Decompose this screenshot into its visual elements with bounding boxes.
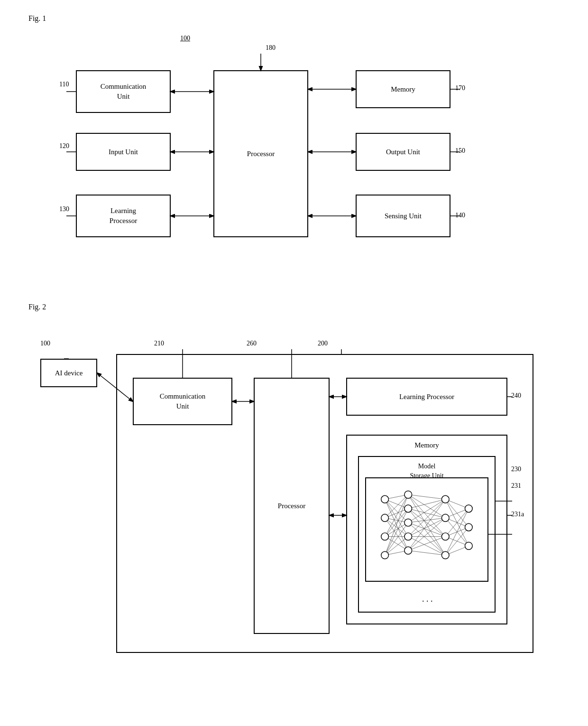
svg-point-65 [381, 495, 389, 503]
svg-line-39 [408, 509, 446, 537]
svg-line-49 [408, 499, 446, 550]
processor-label-fig2: Processor [278, 501, 305, 511]
processor-label: Processor [247, 149, 275, 159]
memory-label-fig2: Memory [414, 440, 439, 450]
memory-label: Memory [391, 84, 415, 94]
svg-point-74 [441, 495, 449, 503]
ref-150: 150 [455, 147, 465, 155]
output-label: Output Unit [386, 147, 420, 157]
svg-line-50 [408, 518, 446, 550]
svg-point-75 [441, 514, 449, 522]
learning-label: Learning Processor [110, 206, 137, 226]
svg-line-42 [408, 518, 446, 522]
ref-231a: 231a [511, 511, 524, 518]
fig1-label: Fig. 1 [28, 14, 560, 23]
svg-line-46 [408, 518, 446, 536]
svg-point-73 [404, 547, 412, 554]
page: Fig. 1 100 180 110 Communication Unit 12… [0, 0, 588, 677]
svg-line-59 [445, 509, 469, 537]
ref-120: 120 [59, 142, 69, 150]
svg-point-78 [465, 505, 473, 512]
svg-line-62 [445, 509, 469, 555]
fig2-diagram: 100 AI device 210 260 200 Communication … [33, 330, 555, 662]
svg-point-79 [465, 523, 473, 531]
input-label: Input Unit [109, 147, 138, 157]
ref-100-fig1: 100 [180, 35, 190, 42]
box-ai-device: AI device [40, 359, 97, 387]
box-communication-unit: Communication Unit [76, 70, 171, 113]
box-input-unit: Input Unit [76, 133, 171, 171]
ref-230: 230 [511, 465, 521, 473]
svg-point-71 [404, 519, 412, 526]
ref-200: 200 [318, 340, 328, 347]
svg-line-52 [408, 550, 446, 555]
svg-point-72 [404, 533, 412, 540]
box-learning-processor-fig2: Learning Processor [346, 378, 507, 416]
svg-line-63 [445, 527, 469, 555]
box-output-unit: Output Unit [356, 133, 450, 171]
box-memory-fig1: Memory [356, 70, 450, 108]
sensing-label: Sensing Unit [385, 211, 422, 221]
learning-label-fig2: Learning Processor [399, 392, 454, 402]
svg-line-28 [385, 494, 408, 555]
ref-180: 180 [266, 44, 276, 52]
box-processor-fig1: Processor [213, 70, 308, 237]
svg-point-69 [404, 491, 412, 499]
box-sensing-unit: Sensing Unit [356, 195, 450, 237]
svg-line-33 [408, 494, 446, 499]
svg-point-76 [441, 533, 449, 540]
svg-line-34 [408, 494, 446, 518]
svg-line-41 [408, 499, 446, 522]
fig2-label: Fig. 2 [28, 303, 560, 311]
box-neural-network [365, 477, 488, 582]
svg-point-68 [381, 551, 389, 559]
neural-network-svg [366, 478, 487, 581]
ref-110: 110 [59, 81, 69, 88]
svg-point-70 [404, 505, 412, 512]
ai-device-label: AI device [55, 368, 83, 378]
ref-130: 130 [59, 205, 69, 213]
svg-point-80 [465, 542, 473, 550]
svg-point-67 [381, 533, 389, 540]
svg-line-44 [408, 522, 446, 555]
ref-170: 170 [455, 84, 465, 92]
ref-240: 240 [511, 392, 521, 400]
box-communication-unit-fig2: Communication Unit [133, 378, 232, 425]
box-processor-fig2: Processor [254, 378, 330, 634]
communication-label-fig2: Communication Unit [160, 391, 206, 411]
ref-260: 260 [247, 340, 257, 347]
ref-100-fig2: 100 [40, 340, 50, 347]
communication-label: Communication Unit [101, 82, 147, 102]
svg-line-45 [408, 499, 446, 537]
fig1-diagram: 100 180 110 Communication Unit 120 Input… [33, 28, 555, 274]
ref-140: 140 [455, 212, 465, 219]
svg-point-66 [381, 514, 389, 522]
svg-line-38 [408, 509, 446, 518]
ref-210: 210 [154, 340, 164, 347]
box-learning-processor-fig1: Learning Processor [76, 195, 171, 237]
svg-point-77 [441, 551, 449, 559]
ref-231: 231 [511, 482, 521, 490]
model-storage-dots: · · · [422, 594, 433, 609]
